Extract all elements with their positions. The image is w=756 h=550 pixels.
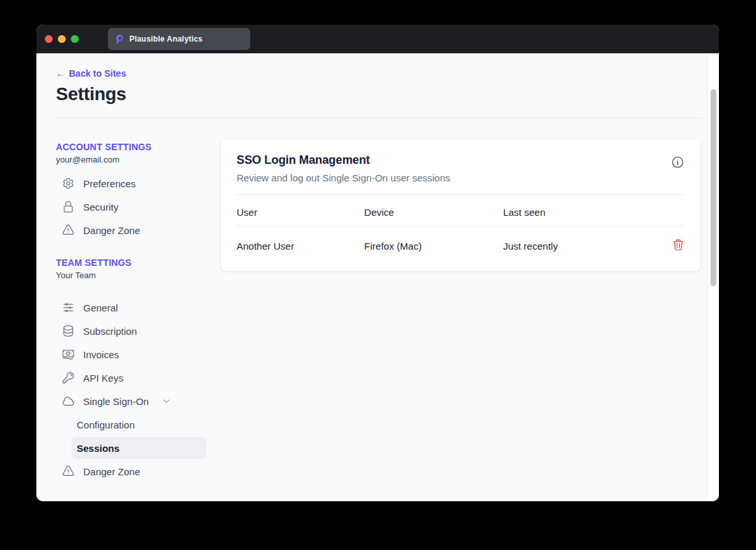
- sidebar-item-label: Danger Zone: [83, 225, 140, 236]
- session-last-seen-cell: Just recently: [503, 226, 658, 255]
- column-header-last-seen: Last seen: [503, 195, 658, 226]
- account-email: your@email.com: [56, 155, 207, 164]
- sidebar-item-single-sign-on[interactable]: Single Sign-On: [56, 389, 207, 413]
- sidebar-item-label: General: [83, 302, 118, 313]
- adjustments-icon: [62, 301, 75, 314]
- sidebar-item-label: Danger Zone: [83, 466, 140, 477]
- page-title: Settings: [56, 84, 701, 105]
- column-header-device: Device: [364, 195, 503, 226]
- account-settings-nav: Preferences Security: [56, 172, 207, 242]
- account-settings-heading: ACCOUNT SETTINGS: [56, 142, 207, 152]
- table-row: Another User Firefox (Mac) Just recently: [237, 226, 684, 255]
- team-settings-heading: TEAM SETTINGS: [56, 257, 207, 268]
- close-window-button[interactable]: [45, 35, 53, 43]
- back-arrow-icon: ←: [56, 68, 65, 79]
- sidebar-item-danger-zone-team[interactable]: Danger Zone: [56, 460, 207, 483]
- browser-window: Plausible Analytics ← Back to Sites Sett…: [36, 25, 719, 501]
- column-header-user: User: [237, 195, 364, 226]
- sso-login-management-panel: SSO Login Management Review and log out …: [220, 138, 701, 272]
- sidebar-item-preferences[interactable]: Preferences: [56, 172, 207, 195]
- column-header-actions: [658, 195, 684, 226]
- sidebar-item-label: API Keys: [83, 373, 124, 384]
- gear-icon: [62, 177, 75, 190]
- sidebar-item-sso-sessions[interactable]: Sessions: [72, 437, 207, 459]
- lock-icon: [62, 200, 75, 213]
- back-link-label: Back to Sites: [69, 68, 126, 79]
- session-user-cell: Another User: [237, 226, 364, 255]
- session-device-cell: Firefox (Mac): [364, 226, 503, 255]
- table-header-row: User Device Last seen: [237, 195, 684, 226]
- sidebar-item-label: Sessions: [77, 443, 120, 454]
- banknotes-icon: [62, 348, 75, 361]
- trash-icon: [672, 239, 684, 251]
- sso-sessions-table: User Device Last seen Another User Firef…: [237, 195, 684, 254]
- warning-triangle-icon: [62, 224, 75, 237]
- browser-titlebar: Plausible Analytics: [36, 25, 719, 53]
- settings-sidebar: ACCOUNT SETTINGS your@email.com Preferen…: [56, 138, 207, 483]
- minimize-window-button[interactable]: [58, 35, 66, 43]
- sidebar-item-security[interactable]: Security: [56, 195, 207, 218]
- sidebar-item-sso-configuration[interactable]: Configuration: [72, 413, 207, 436]
- sidebar-item-invoices[interactable]: Invoices: [56, 343, 207, 366]
- sidebar-item-label: Configuration: [77, 419, 135, 430]
- circle-stack-icon: [62, 324, 75, 337]
- chevron-down-icon: [162, 397, 171, 406]
- browser-tab[interactable]: Plausible Analytics: [108, 28, 250, 50]
- window-controls: [45, 35, 79, 43]
- sidebar-item-danger-zone-account[interactable]: Danger Zone: [56, 218, 207, 242]
- sidebar-item-label: Invoices: [83, 349, 119, 360]
- sidebar-item-label: Single Sign-On: [83, 396, 149, 407]
- panel-subtitle: Review and log out Single Sign-On user s…: [237, 172, 450, 183]
- info-icon: [671, 155, 684, 169]
- sidebar-item-label: Subscription: [83, 326, 137, 337]
- scrollbar-track[interactable]: [707, 53, 719, 501]
- team-settings-nav: General Subscription: [56, 296, 207, 483]
- warning-triangle-icon: [62, 465, 75, 478]
- page-header: ← Back to Sites Settings: [36, 53, 707, 105]
- sidebar-item-label: Security: [83, 202, 118, 213]
- info-button[interactable]: [671, 155, 684, 169]
- back-to-sites-link[interactable]: ← Back to Sites: [56, 68, 126, 79]
- zoom-window-button[interactable]: [71, 35, 79, 43]
- team-name: Your Team: [56, 270, 207, 280]
- settings-page: ← Back to Sites Settings ACCOUNT SETTING…: [36, 53, 707, 501]
- sidebar-item-api-keys[interactable]: API Keys: [56, 366, 207, 389]
- plausible-logo-icon: [114, 34, 124, 44]
- key-icon: [62, 371, 75, 384]
- panel-title: SSO Login Management: [237, 153, 450, 167]
- delete-session-button[interactable]: [672, 239, 684, 251]
- tab-title: Plausible Analytics: [129, 34, 203, 44]
- sidebar-item-label: Preferences: [83, 178, 136, 189]
- sidebar-item-subscription[interactable]: Subscription: [56, 319, 207, 343]
- sidebar-item-general[interactable]: General: [56, 296, 207, 319]
- cloud-icon: [62, 395, 75, 408]
- scrollbar-thumb[interactable]: [710, 89, 716, 286]
